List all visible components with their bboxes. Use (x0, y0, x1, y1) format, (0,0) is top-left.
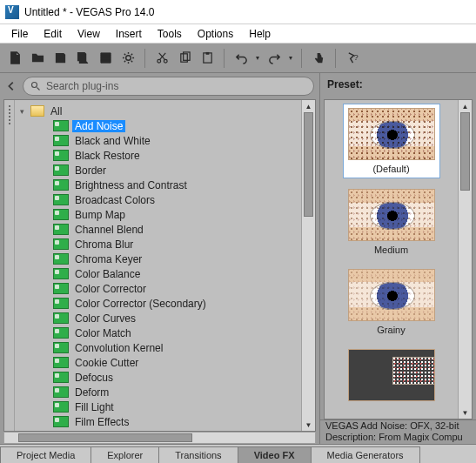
fx-plugin-icon (53, 372, 69, 383)
tree-item[interactable]: Color Corrector (Secondary) (15, 296, 301, 311)
save-all-icon[interactable] (73, 49, 92, 68)
tree-hscrollbar[interactable] (3, 432, 316, 444)
svg-point-8 (32, 83, 37, 88)
preset-item[interactable]: Grainy (343, 265, 440, 339)
help-icon[interactable]: ? (343, 49, 362, 68)
tree-item[interactable]: Cookie Cutter (15, 355, 301, 370)
redo-dropdown-icon[interactable]: ▾ (287, 54, 294, 62)
undo-dropdown-icon[interactable]: ▾ (254, 54, 261, 62)
fx-plugin-icon (53, 283, 69, 294)
search-row (0, 73, 319, 99)
scroll-up-icon[interactable]: ▲ (302, 100, 315, 112)
preset-item[interactable]: (Default) (343, 104, 440, 178)
tree-item[interactable]: Black Restore (15, 148, 301, 163)
tree-item[interactable]: Color Match (15, 325, 301, 340)
paste-icon[interactable] (198, 49, 217, 68)
fx-plugin-icon (53, 401, 69, 413)
redo-icon[interactable] (265, 49, 284, 68)
menu-tools[interactable]: Tools (150, 26, 190, 42)
scroll-thumb[interactable] (18, 433, 192, 442)
preset-list[interactable]: (Default)MediumGrainy (325, 100, 458, 419)
status-line-2: Description: From Magix Compu (325, 432, 471, 443)
search-box[interactable] (23, 77, 314, 96)
search-input[interactable] (46, 80, 306, 92)
save-icon[interactable] (50, 49, 70, 68)
tree-item[interactable]: Color Curves (15, 311, 301, 325)
preset-thumbnail (348, 269, 435, 321)
plugin-tree[interactable]: ▾AllAdd NoiseBlack and WhiteBlack Restor… (15, 100, 301, 431)
tab[interactable]: Media Generators (311, 446, 420, 463)
tree-item-label: Deform (72, 386, 111, 399)
tree-item[interactable]: Channel Blend (15, 222, 301, 237)
properties-icon[interactable] (118, 49, 137, 68)
tree-item[interactable]: Chroma Blur (15, 237, 301, 252)
toolbar-separator (224, 49, 225, 68)
tree-item[interactable]: Film Grain (15, 429, 301, 431)
fx-plugin-icon (53, 298, 69, 309)
menu-view[interactable]: View (70, 26, 108, 42)
back-icon[interactable] (5, 80, 17, 92)
tree-item-label: Convolution Kernel (72, 342, 165, 354)
tree-item-label: Color Corrector (72, 283, 149, 295)
tree-item[interactable]: Brightness and Contrast (15, 178, 301, 192)
scroll-thumb[interactable] (304, 112, 313, 217)
scroll-down-icon[interactable]: ▼ (302, 419, 315, 431)
tree-item[interactable]: Fill Light (15, 399, 301, 414)
fx-plugin-icon (53, 194, 69, 205)
tree-item[interactable]: Chroma Keyer (15, 252, 301, 266)
preset-label: Grainy (346, 325, 437, 335)
tree-item[interactable]: Broadcast Colors (15, 192, 301, 207)
tree-item-label: Brightness and Contrast (72, 179, 190, 191)
preset-scrollbar[interactable]: ▲ ▼ (458, 100, 472, 419)
tree-item[interactable]: Defocus (15, 370, 301, 385)
status-line-1: VEGAS Add Noise: OFX, 32-bit (325, 420, 471, 432)
menu-insert[interactable]: Insert (108, 26, 150, 42)
tree-scrollbar[interactable]: ▲ ▼ (301, 100, 315, 431)
new-icon[interactable] (5, 49, 24, 68)
cut-icon[interactable] (152, 49, 171, 68)
tree-item[interactable]: Black and White (15, 133, 301, 148)
tab[interactable]: Transitions (158, 446, 238, 463)
tree-item[interactable]: Color Balance (15, 266, 301, 281)
scroll-down-icon[interactable]: ▼ (459, 406, 472, 419)
menu-file[interactable]: File (3, 26, 36, 42)
svg-point-2 (164, 59, 167, 63)
toolbar-separator (335, 49, 336, 68)
tree-root[interactable]: ▾All (15, 104, 301, 118)
tab[interactable]: Project Media (0, 446, 91, 463)
open-icon[interactable] (28, 49, 47, 68)
tree-item[interactable]: Deform (15, 385, 301, 399)
scroll-thumb[interactable] (460, 112, 470, 191)
tree-item[interactable]: Color Corrector (15, 281, 301, 296)
undo-icon[interactable] (231, 49, 251, 68)
main: ▾AllAdd NoiseBlack and WhiteBlack Restor… (0, 73, 476, 444)
tree-item[interactable]: Add Noise (15, 118, 301, 133)
menu-edit[interactable]: Edit (36, 26, 70, 42)
render-icon[interactable] (96, 49, 115, 68)
preset-item[interactable] (343, 346, 440, 408)
panel-grip[interactable] (4, 100, 15, 431)
preset-wrap: (Default)MediumGrainy ▲ ▼ (324, 99, 473, 419)
preset-item[interactable]: Medium (343, 185, 440, 258)
touch-icon[interactable] (309, 49, 328, 68)
tab[interactable]: Video FX (238, 446, 312, 463)
copy-icon[interactable] (175, 49, 194, 68)
tree-item-label: Color Balance (72, 268, 143, 280)
preset-header: Preset: (320, 73, 476, 99)
tab[interactable]: Explorer (91, 446, 159, 463)
menu-help[interactable]: Help (241, 26, 278, 42)
tree-item[interactable]: Film Effects (15, 414, 301, 429)
menu-options[interactable]: Options (190, 26, 241, 42)
fx-plugin-icon (53, 135, 69, 146)
collapse-icon[interactable]: ▾ (20, 107, 29, 116)
tree-item-label: Color Curves (72, 312, 138, 325)
tree-item[interactable]: Border (15, 163, 301, 178)
tree-item[interactable]: Bump Map (15, 207, 301, 222)
svg-text:?: ? (353, 53, 358, 62)
preset-thumbnail (348, 349, 435, 401)
scroll-up-icon[interactable]: ▲ (459, 100, 472, 112)
status-bar: VEGAS Add Noise: OFX, 32-bit Description… (320, 419, 476, 444)
tree-item[interactable]: Convolution Kernel (15, 340, 301, 355)
tree-item-label: Fill Light (72, 401, 117, 413)
tree-item-label: Defocus (72, 372, 116, 384)
